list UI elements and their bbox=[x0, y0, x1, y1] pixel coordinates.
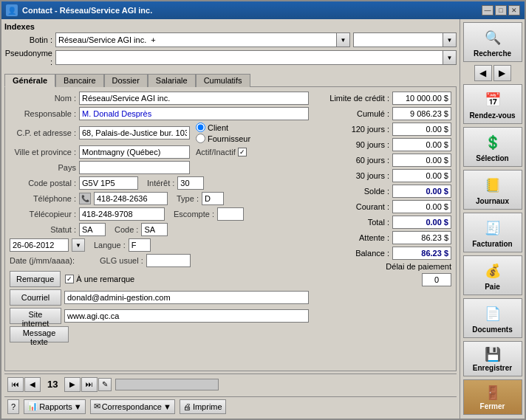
courant-row: Courant : bbox=[315, 200, 451, 213]
interet-input[interactable] bbox=[177, 176, 204, 190]
telephone-input[interactable] bbox=[94, 192, 168, 205]
bottom-nav: ⏮ ◀ 13 ▶ ⏭ ✎ bbox=[4, 373, 457, 394]
j90-input[interactable] bbox=[392, 138, 451, 151]
selection-icon: 💲 bbox=[481, 132, 505, 153]
edit-icon[interactable]: ✎ bbox=[98, 378, 112, 391]
tab-dossier[interactable]: Dossier bbox=[104, 74, 148, 87]
escompte-input[interactable] bbox=[217, 207, 244, 221]
enregistrer-button[interactable]: 💾 Enregistrer bbox=[463, 341, 522, 376]
close-button[interactable]: ✕ bbox=[508, 5, 520, 16]
cp-input[interactable] bbox=[79, 126, 190, 140]
botin-dropdown[interactable]: ▼ bbox=[55, 32, 350, 47]
codepostal-input[interactable] bbox=[79, 176, 138, 190]
nav-last-button[interactable]: ⏭ bbox=[81, 377, 98, 392]
pseudonyme-dropdown-btn[interactable]: ▼ bbox=[443, 50, 457, 65]
col-right: Limite de crédit : Cumulé : 120 jours : bbox=[315, 92, 451, 342]
pays-input[interactable] bbox=[79, 161, 190, 174]
paie-label: Paie bbox=[485, 283, 500, 291]
courriel-input[interactable] bbox=[64, 291, 309, 304]
site-button[interactable]: Site internet bbox=[10, 308, 61, 324]
help-icon: ? bbox=[11, 402, 16, 411]
solde-input[interactable] bbox=[392, 185, 451, 198]
pseudonyme-dropdown[interactable]: ▼ bbox=[55, 50, 457, 65]
nav-next-button[interactable]: ▶ bbox=[64, 377, 81, 392]
correspondance-button[interactable]: ✉ Correspondance ▼ bbox=[90, 399, 175, 414]
date-dropdown-btn[interactable]: ▼ bbox=[72, 238, 85, 252]
record-count: 13 bbox=[41, 379, 64, 390]
nav-prev-button[interactable]: ◀ bbox=[24, 377, 41, 392]
courriel-button[interactable]: Courriel bbox=[10, 289, 61, 306]
cumule-input[interactable] bbox=[392, 107, 451, 120]
solde-row: Solde : bbox=[315, 185, 451, 198]
imprime-button[interactable]: 🖨 Imprime bbox=[180, 399, 226, 414]
remarque-checkbox[interactable]: ✓ bbox=[65, 275, 74, 283]
recherche-button[interactable]: 🔍 Recherche bbox=[463, 22, 522, 62]
sidebar-prev-button[interactable]: ◀ bbox=[474, 65, 492, 81]
radio-fournisseur-input[interactable] bbox=[196, 134, 205, 143]
botin-dropdown-btn[interactable]: ▼ bbox=[337, 32, 350, 47]
j30-input[interactable] bbox=[392, 169, 451, 182]
telecopieur-input[interactable] bbox=[79, 207, 165, 221]
message-button[interactable]: Message texte bbox=[10, 326, 69, 342]
selection-label: Sélection bbox=[476, 154, 508, 162]
ville-label: Ville et province : bbox=[10, 148, 76, 156]
selection-button[interactable]: 💲 Sélection bbox=[463, 127, 522, 167]
rendezvous-button[interactable]: 📅 Rendez-vous bbox=[463, 84, 522, 124]
radio-client-label: Client bbox=[208, 123, 228, 132]
j60-input[interactable] bbox=[392, 154, 451, 167]
botin-dropdown2-btn[interactable]: ▼ bbox=[443, 32, 457, 47]
tab-bancaire[interactable]: Bancaire bbox=[55, 74, 103, 87]
pseudonyme-input[interactable] bbox=[55, 50, 443, 65]
minimize-button[interactable]: — bbox=[482, 5, 493, 16]
cp-label: C.P. et adresse : bbox=[10, 128, 76, 137]
limite-input[interactable] bbox=[392, 92, 451, 105]
tab-generale[interactable]: Générale bbox=[4, 74, 55, 87]
rapports-button[interactable]: 📊 Rapports ▼ bbox=[24, 399, 86, 414]
maximize-button[interactable]: □ bbox=[495, 5, 507, 16]
actif-label: Actif/Inactif bbox=[196, 148, 236, 156]
scroll-bar[interactable] bbox=[115, 379, 219, 390]
attente-input[interactable] bbox=[392, 231, 451, 244]
total-input[interactable] bbox=[392, 216, 451, 229]
glg-input[interactable] bbox=[146, 254, 191, 267]
j120-input[interactable] bbox=[392, 123, 451, 136]
langue-input[interactable] bbox=[129, 238, 151, 252]
remarque-button[interactable]: Remarque bbox=[10, 271, 61, 287]
paie-button[interactable]: 💰 Paie bbox=[463, 255, 522, 295]
courant-input[interactable] bbox=[392, 200, 451, 213]
tab-salariale[interactable]: Salariale bbox=[148, 74, 196, 87]
facturation-button[interactable]: 🧾 Facturation bbox=[463, 213, 522, 252]
j30-label: 30 jours : bbox=[345, 171, 389, 180]
code-input[interactable] bbox=[141, 223, 168, 236]
ville-input[interactable] bbox=[79, 145, 190, 159]
botin-dropdown2[interactable]: ▼ bbox=[353, 32, 457, 47]
radio-client-input[interactable] bbox=[196, 123, 205, 132]
radio-client: Client bbox=[196, 123, 250, 132]
escompte-label: Escompte : bbox=[174, 210, 214, 218]
interet-label: Intérêt : bbox=[147, 179, 174, 187]
nom-input[interactable] bbox=[79, 92, 309, 105]
journaux-button[interactable]: 📒 Journaux bbox=[463, 170, 522, 210]
telephone-icon[interactable]: 📞 bbox=[79, 193, 91, 204]
botin-input2[interactable] bbox=[353, 32, 443, 47]
date-input[interactable] bbox=[10, 238, 69, 252]
responsable-input[interactable] bbox=[79, 107, 309, 120]
radio-group: Client Fournisseur bbox=[196, 123, 250, 143]
botin-input[interactable] bbox=[55, 32, 337, 47]
telephone-label: Téléphone : bbox=[10, 194, 76, 203]
statut-input[interactable] bbox=[79, 223, 106, 236]
site-input[interactable] bbox=[64, 309, 309, 323]
fermer-button[interactable]: 🚪 Fermer bbox=[463, 379, 522, 415]
actif-checkbox[interactable]: ✓ bbox=[238, 148, 247, 156]
sidebar-next-button[interactable]: ▶ bbox=[493, 65, 511, 81]
help-button[interactable]: ? bbox=[7, 399, 19, 414]
tab-cumulatifs[interactable]: Cumulatifs bbox=[196, 74, 250, 87]
delai-input[interactable] bbox=[422, 273, 451, 286]
rendezvous-label: Rendez-vous bbox=[469, 111, 515, 120]
botin-label: Botin : bbox=[4, 35, 52, 44]
toolbar-bottom: ? 📊 Rapports ▼ ✉ Correspondance ▼ 🖨 Impr… bbox=[4, 396, 457, 416]
balance-input[interactable] bbox=[392, 247, 451, 260]
documents-button[interactable]: 📄 Documents bbox=[463, 298, 522, 338]
type-input[interactable] bbox=[202, 192, 224, 205]
nav-first-button[interactable]: ⏮ bbox=[7, 377, 24, 392]
